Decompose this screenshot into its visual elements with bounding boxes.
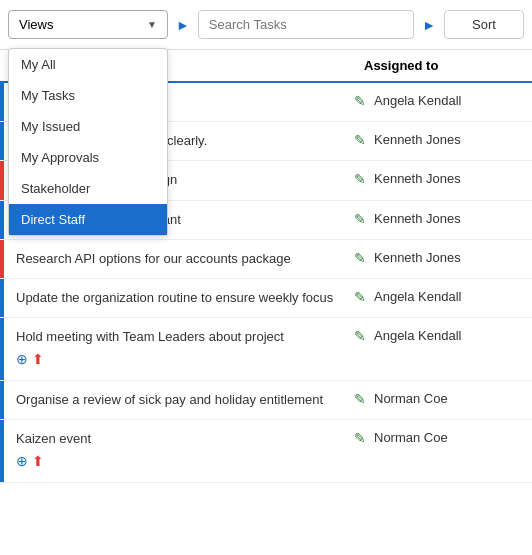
- row-left-bar: [0, 279, 4, 317]
- dropdown-item[interactable]: My Tasks: [9, 80, 167, 111]
- assigned-name: Kenneth Jones: [374, 250, 524, 265]
- row-left-bar: [0, 318, 4, 380]
- task-text: Kaizen event⊕⬆: [8, 430, 346, 472]
- table-row: Update the organization routine to ensur…: [0, 279, 532, 318]
- edit-icon[interactable]: ✎: [354, 289, 366, 305]
- row-left-bar: [0, 240, 4, 278]
- upload-icon[interactable]: ⬆: [32, 452, 44, 472]
- views-label: Views: [19, 17, 53, 32]
- task-edit-icons: ✎: [346, 93, 374, 109]
- row-left-bar: [0, 161, 4, 199]
- add-circle-icon[interactable]: ⊕: [16, 452, 28, 472]
- table-row: Research API options for our accounts pa…: [0, 240, 532, 279]
- row-left-bar: [0, 381, 4, 419]
- edit-icon[interactable]: ✎: [354, 430, 366, 446]
- dropdown-item[interactable]: Stakeholder: [9, 173, 167, 204]
- views-dropdown-menu: My AllMy TasksMy IssuedMy ApprovalsStake…: [8, 48, 168, 236]
- dropdown-item[interactable]: My Issued: [9, 111, 167, 142]
- row-left-bar: [0, 122, 4, 160]
- task-text: Research API options for our accounts pa…: [8, 250, 346, 268]
- assigned-name: Kenneth Jones: [374, 211, 524, 226]
- task-edit-icons: ✎: [346, 132, 374, 148]
- toolbar: Views ▼ ► ► Sort: [0, 0, 532, 50]
- row-left-bar: [0, 83, 4, 121]
- views-dropdown[interactable]: Views ▼: [8, 10, 168, 39]
- task-text: Update the organization routine to ensur…: [8, 289, 346, 307]
- row-left-bar: [0, 420, 4, 482]
- assigned-name: Norman Coe: [374, 391, 524, 406]
- edit-icon[interactable]: ✎: [354, 250, 366, 266]
- edit-icon[interactable]: ✎: [354, 391, 366, 407]
- task-edit-icons: ✎: [346, 250, 374, 266]
- sort-label: Sort: [472, 17, 496, 32]
- edit-icon[interactable]: ✎: [354, 211, 366, 227]
- dropdown-item[interactable]: Direct Staff: [9, 204, 167, 235]
- assigned-name: Angela Kendall: [374, 289, 524, 304]
- search-input[interactable]: [198, 10, 414, 39]
- table-row: Kaizen event⊕⬆✎Norman Coe: [0, 420, 532, 483]
- task-edit-icons: ✎: [346, 211, 374, 227]
- row-left-bar: [0, 201, 4, 239]
- assigned-name: Angela Kendall: [374, 93, 524, 108]
- dropdown-item[interactable]: My Approvals: [9, 142, 167, 173]
- table-row: Hold meeting with Team Leaders about pro…: [0, 318, 532, 381]
- views-chevron-icon[interactable]: ►: [176, 17, 190, 33]
- add-circle-icon[interactable]: ⊕: [16, 350, 28, 370]
- edit-icon[interactable]: ✎: [354, 171, 366, 187]
- assigned-name: Angela Kendall: [374, 328, 524, 343]
- edit-icon[interactable]: ✎: [354, 132, 366, 148]
- dropdown-item[interactable]: My All: [9, 49, 167, 80]
- task-text: Organise a review of sick pay and holida…: [8, 391, 346, 409]
- upload-icon[interactable]: ⬆: [32, 350, 44, 370]
- assigned-name: Kenneth Jones: [374, 132, 524, 147]
- task-edit-icons: ✎: [346, 391, 374, 407]
- assigned-name: Kenneth Jones: [374, 171, 524, 186]
- edit-icon[interactable]: ✎: [354, 93, 366, 109]
- task-edit-icons: ✎: [346, 430, 374, 446]
- sort-chevron-icon[interactable]: ►: [422, 17, 436, 33]
- task-text: Hold meeting with Team Leaders about pro…: [8, 328, 346, 370]
- sort-button[interactable]: Sort: [444, 10, 524, 39]
- task-edit-icons: ✎: [346, 171, 374, 187]
- table-row: Organise a review of sick pay and holida…: [0, 381, 532, 420]
- task-edit-icons: ✎: [346, 289, 374, 305]
- dropdown-arrow-icon: ▼: [147, 19, 157, 30]
- edit-icon[interactable]: ✎: [354, 328, 366, 344]
- assigned-name: Norman Coe: [374, 430, 524, 445]
- col-assigned-header: Assigned to: [364, 58, 524, 73]
- task-edit-icons: ✎: [346, 328, 374, 344]
